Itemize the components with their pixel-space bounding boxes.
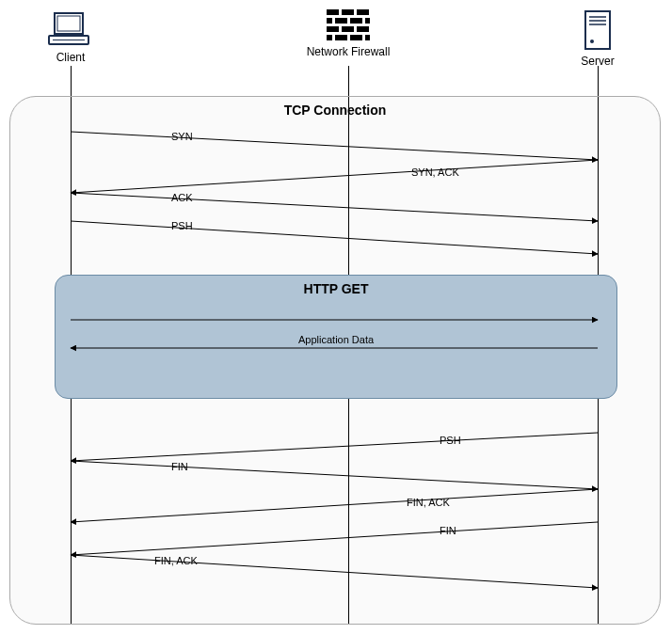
- svg-rect-6: [357, 9, 369, 15]
- actor-client-label: Client: [14, 51, 127, 64]
- msg-ack: ACK: [169, 192, 195, 203]
- msg-psh2: PSH: [438, 435, 463, 446]
- frame-http-title: HTTP GET: [56, 281, 616, 296]
- actor-server: Server: [541, 9, 654, 68]
- svg-rect-9: [350, 18, 362, 24]
- svg-rect-10: [365, 18, 370, 24]
- frame-tcp-title: TCP Connection: [10, 103, 660, 118]
- svg-rect-17: [365, 35, 370, 40]
- svg-rect-5: [342, 9, 354, 15]
- msg-psh1: PSH: [169, 220, 195, 231]
- svg-point-22: [590, 40, 594, 43]
- sequence-diagram: Client Network Firewall Server TCP Conne…: [9, 9, 663, 625]
- svg-rect-12: [342, 26, 354, 32]
- actor-firewall-label: Network Firewall: [292, 45, 405, 58]
- msg-syn-ack: SYN, ACK: [409, 166, 461, 178]
- svg-rect-7: [327, 18, 332, 24]
- msg-fin1: FIN: [169, 461, 190, 472]
- svg-rect-8: [335, 18, 347, 24]
- client-icon: [47, 9, 94, 47]
- msg-fin-ack1: FIN, ACK: [405, 497, 452, 508]
- server-icon: [584, 9, 612, 51]
- actor-firewall: Network Firewall: [292, 9, 405, 58]
- msg-fin2: FIN: [438, 525, 458, 536]
- svg-rect-4: [327, 9, 339, 15]
- svg-rect-13: [357, 26, 369, 32]
- svg-rect-1: [57, 16, 80, 31]
- actor-client: Client: [14, 9, 127, 64]
- msg-syn: SYN: [169, 131, 195, 142]
- svg-rect-14: [327, 35, 332, 40]
- firewall-icon: [327, 9, 370, 41]
- svg-rect-16: [350, 35, 362, 40]
- svg-rect-15: [335, 35, 347, 40]
- svg-rect-11: [327, 26, 339, 32]
- msg-fin-ack2: FIN, ACK: [152, 555, 200, 566]
- msg-app-data: Application Data: [296, 334, 376, 345]
